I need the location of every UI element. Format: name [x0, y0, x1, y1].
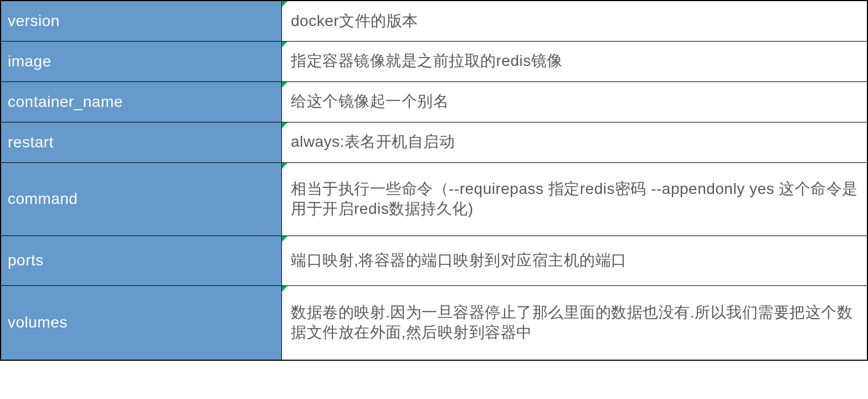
table-row: image 指定容器镜像就是之前拉取的redis镜像: [1, 41, 867, 81]
property-key-cell: ports: [1, 236, 282, 285]
property-value-cell: always:表名开机自启动: [282, 122, 867, 162]
property-value-cell: docker文件的版本: [282, 1, 867, 41]
table-row: version docker文件的版本: [1, 1, 867, 41]
property-key-cell: version: [1, 1, 282, 41]
property-key-cell: container_name: [1, 81, 282, 122]
property-value-cell: 端口映射,将容器的端口映射到对应宿主机的端口: [282, 236, 867, 285]
docker-compose-properties-table: version docker文件的版本 image 指定容器镜像就是之前拉取的r…: [0, 0, 868, 361]
property-key-cell: image: [1, 41, 282, 81]
property-value-cell: 数据卷的映射.因为一旦容器停止了那么里面的数据也没有.所以我们需要把这个数据文件…: [282, 285, 867, 360]
property-key-cell: volumes: [1, 285, 282, 360]
table-row: restart always:表名开机自启动: [1, 122, 867, 162]
table-row: container_name 给这个镜像起一个别名: [1, 81, 867, 122]
property-value-cell: 相当于执行一些命令（--requirepass 指定redis密码 --appe…: [282, 162, 867, 236]
table-row: volumes 数据卷的映射.因为一旦容器停止了那么里面的数据也没有.所以我们需…: [1, 285, 867, 360]
table-row: command 相当于执行一些命令（--requirepass 指定redis密…: [1, 162, 867, 236]
property-key-cell: restart: [1, 122, 282, 162]
property-value-cell: 指定容器镜像就是之前拉取的redis镜像: [282, 41, 867, 81]
property-key-cell: command: [1, 162, 282, 236]
property-value-cell: 给这个镜像起一个别名: [282, 81, 867, 122]
table-row: ports 端口映射,将容器的端口映射到对应宿主机的端口: [1, 236, 867, 285]
